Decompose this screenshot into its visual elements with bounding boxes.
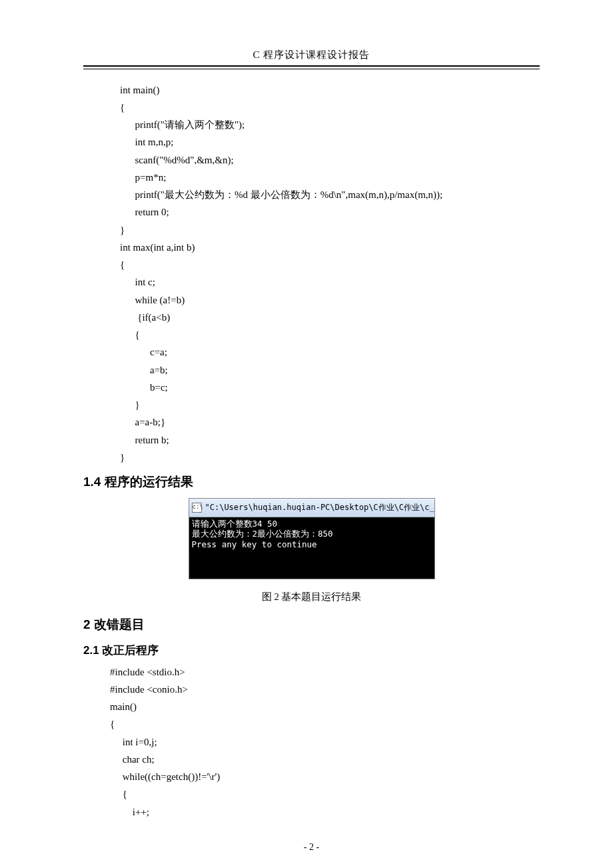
console-title-text: "C:\Users\huqian.huqian-PC\Desktop\C作业\C… xyxy=(205,501,434,514)
code-block-2: #include <stdio.h> #include <conio.h> ma… xyxy=(110,663,540,821)
section-heading-2: 2 改错题目 xyxy=(83,614,540,635)
console-body: 请输入两个整数34 50 最大公约数为：2最小公倍数为：850 Press an… xyxy=(189,517,434,579)
section-heading-2-1: 2.1 改正后程序 xyxy=(83,641,540,661)
console-window: c:\ "C:\Users\huqian.huqian-PC\Desktop\C… xyxy=(189,498,435,579)
section-heading-1-4: 1.4 程序的运行结果 xyxy=(83,471,540,493)
console-titlebar: c:\ "C:\Users\huqian.huqian-PC\Desktop\C… xyxy=(189,499,434,517)
header-divider xyxy=(83,65,540,69)
figure-caption: 图 2 基本题目运行结果 xyxy=(83,589,540,605)
page-header-title: C 程序设计课程设计报告 xyxy=(83,47,540,64)
document-page: C 程序设计课程设计报告 int main() { printf("请输入两个整… xyxy=(0,0,613,868)
console-icon: c:\ xyxy=(192,503,202,513)
code-block-1: int main() { printf("请输入两个整数"); int m,n,… xyxy=(120,81,540,467)
page-number: - 2 - xyxy=(83,839,540,855)
